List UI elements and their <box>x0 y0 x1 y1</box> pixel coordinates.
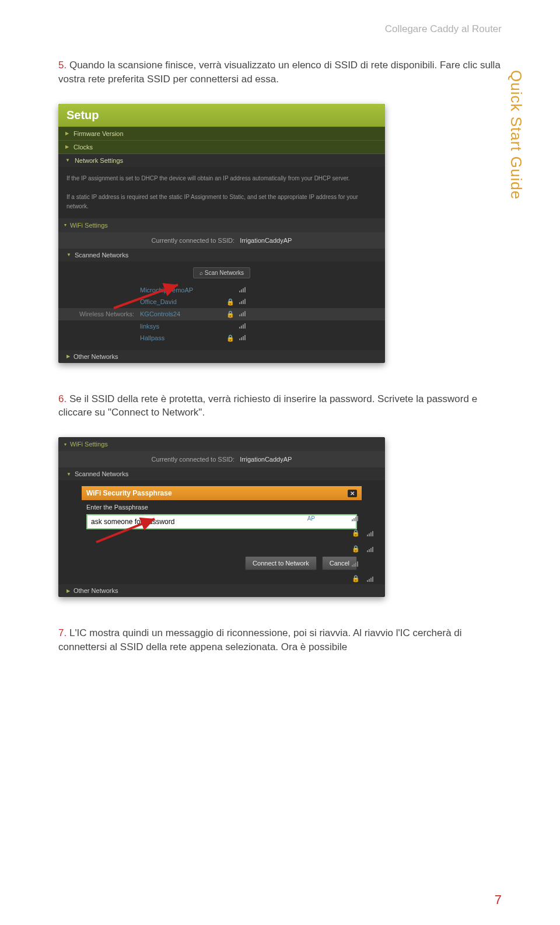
firmware-label: Firmware Version <box>74 130 124 137</box>
network-row-selected[interactable]: Wireless Networks: KGControls24 🔒 <box>58 308 385 320</box>
chevron-down-icon: ▾ <box>64 222 66 228</box>
wifi-settings-label: WiFi Settings <box>70 441 108 448</box>
other-networks-label: Other Networks <box>74 587 118 594</box>
network-ssid[interactable]: linksys <box>140 323 222 330</box>
wifi-settings-row[interactable]: ▾ WiFi Settings <box>58 437 385 451</box>
firmware-version-row[interactable]: ▶ Firmware Version <box>58 127 385 140</box>
chevron-right-icon: ▶ <box>65 131 69 136</box>
step-5-text: Quando la scansione finisce, verrà visua… <box>58 60 501 85</box>
chevron-right-icon: ▶ <box>65 144 69 149</box>
lock-icon: 🔒 <box>352 575 360 582</box>
signal-icon <box>239 287 246 292</box>
network-ssid[interactable]: Hallpass <box>140 334 222 341</box>
step-5: 5. Quando la scansione finisce, verrà vi… <box>58 58 502 86</box>
dialog-subtitle: Enter the Passphrase <box>82 500 362 514</box>
chevron-down-icon: ▼ <box>66 252 71 257</box>
setup-heading: Setup <box>58 104 385 127</box>
step-7-text: L'IC mostra quindi un messaggio di ricon… <box>58 627 462 652</box>
signal-icon <box>367 530 373 536</box>
signal-icon <box>239 298 246 304</box>
network-row[interactable]: MicrochipDemoAP <box>58 284 385 296</box>
network-info: If the IP assignment is set to DHCP the … <box>58 167 385 218</box>
chevron-down-icon: ▾ <box>64 442 66 447</box>
current-ssid-row: Currently connected to SSID: IrrigationC… <box>58 451 385 467</box>
chevron-right-icon: ▶ <box>66 354 70 359</box>
clocks-label: Clocks <box>74 144 93 151</box>
chevron-right-icon: ▶ <box>66 588 70 594</box>
ssid-value: IrrigationCaddyAP <box>240 237 292 244</box>
signal-icon <box>239 323 246 329</box>
chevron-down-icon: ▼ <box>66 472 71 477</box>
network-row[interactable]: Office_David 🔒 <box>58 296 385 308</box>
dialog-title: WiFi Security Passphrase <box>86 489 172 497</box>
wireless-networks-label: Wireless Networks: <box>58 310 140 317</box>
svg-line-0 <box>114 285 178 308</box>
red-arrow-annotation <box>111 282 187 311</box>
clocks-row[interactable]: ▶ Clocks <box>58 140 385 153</box>
ssid-value: IrrigationCaddyAP <box>240 456 292 463</box>
wifi-settings-row[interactable]: ▾ WiFi Settings <box>58 218 385 232</box>
scan-btn-label: Scan Networks <box>205 270 244 276</box>
ap-label: AP <box>307 515 315 522</box>
network-row[interactable]: linksys <box>58 320 385 332</box>
page-header: Collegare Caddy al Router <box>58 23 502 35</box>
red-arrow-annotation <box>93 516 163 545</box>
ssid-label: Currently connected to SSID: <box>152 237 235 244</box>
signal-icon <box>239 310 246 316</box>
wireless-networks-list: MicrochipDemoAP Office_David 🔒 Wireless … <box>58 282 385 350</box>
step-7-number: 7. <box>58 627 66 638</box>
scanned-networks-label: Scanned Networks <box>75 252 128 259</box>
step-6-text: Se il SSID della rete è protetta, verrà … <box>58 393 477 418</box>
other-networks-row[interactable]: ▶ Other Networks <box>58 584 385 597</box>
lock-icon: 🔒 <box>352 545 360 553</box>
other-networks-label: Other Networks <box>74 353 118 360</box>
lock-icon: 🔒 <box>222 334 239 342</box>
connect-to-network-button[interactable]: Connect to Network <box>245 556 317 570</box>
scanned-networks-row[interactable]: ▼ Scanned Networks <box>58 249 385 261</box>
ssid-label: Currently connected to SSID: <box>152 456 235 463</box>
step-5-number: 5. <box>58 60 66 71</box>
signal-icon <box>352 561 373 567</box>
info-text-1: If the IP assignment is set to DHCP the … <box>66 174 377 183</box>
lock-icon: 🔒 <box>352 529 360 537</box>
current-ssid-row: Currently connected to SSID: IrrigationC… <box>58 232 385 249</box>
info-text-2: If a static IP address is required set t… <box>66 193 377 211</box>
network-settings-label: Network Settings <box>75 157 123 164</box>
page-number: 7 <box>495 892 502 907</box>
step-6: 6. Se il SSID della rete è protetta, ver… <box>58 392 502 420</box>
lock-icon: 🔒 <box>222 310 239 318</box>
scanned-networks-row[interactable]: ▼ Scanned Networks <box>58 467 385 480</box>
step-7: 7. L'IC mostra quindi un messaggio di ri… <box>58 626 502 654</box>
side-guide-label: Quick Start Guide <box>507 70 525 200</box>
signal-icon <box>239 334 246 340</box>
signal-icon <box>367 546 373 552</box>
other-networks-row[interactable]: ▶ Other Networks <box>58 350 385 363</box>
search-icon: ⌕ <box>200 270 203 276</box>
chevron-down-icon: ▼ <box>65 158 70 163</box>
network-ssid[interactable]: KGControls24 <box>140 310 222 317</box>
scanned-networks-label: Scanned Networks <box>75 470 128 477</box>
network-settings-row[interactable]: ▼ Network Settings <box>58 153 385 167</box>
screenshot-setup: Setup ▶ Firmware Version ▶ Clocks ▼ Netw… <box>58 104 385 363</box>
step-6-number: 6. <box>58 393 66 404</box>
lock-icon: 🔒 <box>222 298 239 306</box>
svg-line-1 <box>96 519 155 542</box>
close-button[interactable]: ✕ <box>348 490 357 497</box>
scan-networks-button[interactable]: ⌕ Scan Networks <box>193 267 250 278</box>
signal-icon <box>352 515 373 521</box>
wifi-settings-label: WiFi Settings <box>70 222 108 229</box>
signal-icon <box>367 576 373 582</box>
signal-column: 🔒 🔒 🔒 <box>352 515 373 582</box>
network-row[interactable]: Hallpass 🔒 <box>58 332 385 344</box>
